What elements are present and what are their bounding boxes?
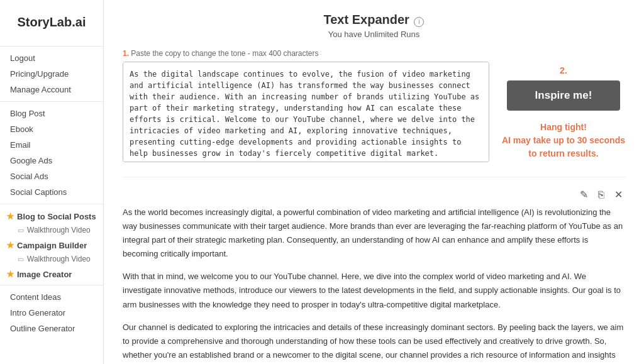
main-content: Text Expander i You have Unlimited Runs …	[104, 0, 644, 364]
input-block: 1. Paste the copy to change the tone - m…	[123, 49, 489, 164]
manage-account-link[interactable]: Manage Account	[0, 82, 103, 97]
page-title: Text Expander	[324, 13, 409, 26]
social-ads-item[interactable]: Social Ads	[0, 168, 103, 184]
sidebar-divider-2	[0, 101, 103, 102]
sidebar-divider-3	[0, 204, 103, 204]
video-icon-2: ▭	[18, 255, 24, 263]
blog-to-social-label: Blog to Social Posts	[17, 212, 96, 221]
edit-output-btn[interactable]: ✎	[577, 187, 591, 202]
app-logo: StoryLab.ai	[0, 10, 103, 42]
blog-post-item[interactable]: Blog Post	[0, 106, 103, 121]
email-item[interactable]: Email	[0, 137, 103, 153]
blog-to-social-section[interactable]: ★ Blog to Social Posts	[0, 208, 103, 223]
info-icon[interactable]: i	[414, 17, 424, 27]
subtitle: You have Unlimited Runs	[123, 30, 625, 39]
action-block: 2. Inspire me! Hang tight!AI may take up…	[502, 49, 625, 160]
sidebar-divider-1	[0, 46, 103, 47]
star-icon-3: ★	[6, 269, 14, 279]
step1-number: 1.	[123, 49, 129, 58]
wait-text: Hang tight!AI may take up to 30 secondst…	[502, 121, 625, 160]
video-icon-1: ▭	[18, 226, 24, 234]
sidebar-divider-4	[0, 285, 103, 285]
pricing-link[interactable]: Pricing/Upgrade	[0, 66, 103, 82]
text-input[interactable]	[123, 62, 489, 162]
output-block: ✎ ⎘ ✕ As the world becomes increasingly …	[123, 187, 625, 364]
outline-generator-link[interactable]: Outline Generator	[0, 321, 103, 336]
blog-social-walkthrough[interactable]: ▭ Walkthrough Video	[0, 223, 103, 237]
campaign-walkthrough[interactable]: ▭ Walkthrough Video	[0, 252, 103, 266]
output-paragraph-1: As the world becomes increasingly digita…	[123, 206, 625, 261]
ebook-item[interactable]: Ebook	[0, 121, 103, 137]
social-captions-item[interactable]: Social Captions	[0, 184, 103, 200]
input-hint: 1. Paste the copy to change the tone - m…	[123, 49, 489, 58]
input-row: 1. Paste the copy to change the tone - m…	[123, 49, 625, 164]
step2-label: 2.	[560, 65, 567, 75]
output-section: ✎ ⎘ ✕ As the world becomes increasingly …	[123, 177, 625, 364]
copy-output-btn[interactable]: ⎘	[596, 187, 607, 202]
star-icon-1: ★	[6, 211, 14, 221]
output-paragraph-2: With that in mind, we welcome you to our…	[123, 270, 625, 311]
content-ideas-link[interactable]: Content Ideas	[0, 289, 103, 305]
star-icon-2: ★	[6, 240, 14, 250]
intro-generator-link[interactable]: Intro Generator	[0, 305, 103, 321]
delete-output-btn[interactable]: ✕	[612, 187, 625, 202]
campaign-builder-label: Campaign Builder	[17, 241, 87, 250]
input-hint-text: Paste the copy to change the tone - max …	[131, 49, 318, 58]
inspire-button[interactable]: Inspire me!	[507, 80, 620, 111]
image-creator-label: Image Creator	[17, 270, 72, 279]
google-ads-item[interactable]: Google Ads	[0, 153, 103, 168]
image-creator-section[interactable]: ★ Image Creator	[0, 266, 103, 281]
campaign-builder-section[interactable]: ★ Campaign Builder	[0, 237, 103, 252]
output-paragraph-3: Our channel is dedicated to exploring th…	[123, 321, 625, 364]
sidebar: StoryLab.ai Logout Pricing/Upgrade Manag…	[0, 0, 104, 364]
logout-link[interactable]: Logout	[0, 50, 103, 66]
output-action-icons: ✎ ⎘ ✕	[123, 187, 625, 202]
